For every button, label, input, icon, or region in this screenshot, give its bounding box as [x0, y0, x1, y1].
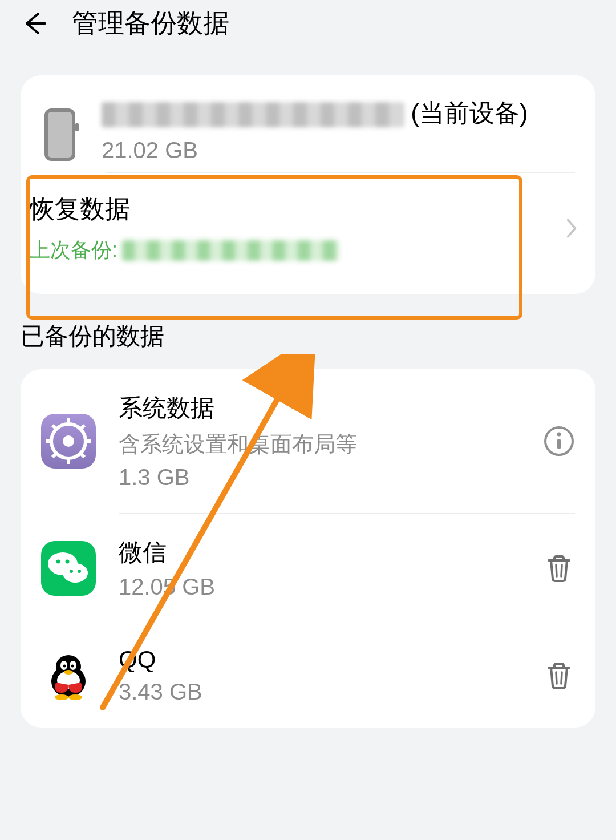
svg-rect-15	[557, 439, 561, 449]
svg-point-29	[63, 664, 66, 667]
device-name-redacted	[102, 102, 404, 127]
app-size: 3.43 GB	[119, 679, 520, 705]
device-backup-size: 21.02 GB	[102, 138, 575, 163]
back-arrow-icon	[21, 10, 47, 37]
restore-data-row[interactable]: 恢复数据 上次备份:	[21, 173, 595, 294]
last-backup-label: 上次备份:	[30, 236, 117, 264]
svg-line-23	[561, 565, 562, 576]
backedup-data-list: 系统数据 含系统设置和桌面布局等 1.3 GB 微信	[21, 369, 595, 728]
svg-point-19	[66, 559, 70, 563]
settings-gear-icon	[41, 414, 96, 469]
app-description: 含系统设置和桌面布局等	[119, 430, 520, 459]
device-current-suffix: (当前设备)	[411, 99, 528, 127]
delete-button[interactable]	[543, 552, 575, 584]
device-card: (当前设备) 21.02 GB 恢复数据 上次备份:	[21, 75, 595, 294]
delete-button[interactable]	[543, 660, 575, 692]
svg-line-11	[52, 453, 57, 457]
trash-icon	[543, 552, 575, 584]
restore-last-backup: 上次备份:	[30, 236, 566, 264]
phone-icon	[41, 107, 79, 162]
list-item-system-data[interactable]: 系统数据 含系统设置和桌面布局等 1.3 GB	[21, 369, 595, 513]
app-name: 微信	[119, 536, 520, 568]
app-size: 1.3 GB	[119, 465, 520, 490]
info-button[interactable]	[543, 425, 575, 457]
back-button[interactable]	[17, 6, 51, 41]
last-backup-value-redacted	[122, 240, 339, 261]
svg-point-33	[68, 694, 82, 700]
svg-line-22	[556, 565, 557, 576]
svg-line-35	[561, 672, 562, 684]
app-name: QQ	[119, 646, 520, 673]
section-title-backedup: 已备份的数据	[21, 320, 595, 352]
svg-point-31	[64, 670, 73, 675]
restore-title: 恢复数据	[30, 192, 566, 226]
svg-line-34	[556, 672, 557, 684]
svg-point-12	[63, 435, 74, 447]
wechat-icon	[41, 541, 96, 596]
header: 管理备份数据	[0, 0, 616, 58]
svg-line-8	[52, 425, 57, 430]
app-size: 12.05 GB	[119, 574, 520, 600]
svg-point-21	[78, 570, 81, 573]
device-info-row[interactable]: (当前设备) 21.02 GB	[21, 75, 595, 172]
svg-line-9	[80, 453, 84, 457]
svg-point-18	[56, 559, 60, 563]
chevron-right-icon	[566, 213, 584, 243]
trash-icon	[543, 660, 575, 692]
svg-point-20	[70, 570, 73, 573]
list-item-qq[interactable]: QQ 3.43 GB	[21, 623, 595, 728]
svg-point-14	[557, 433, 561, 437]
app-name: 系统数据	[119, 392, 520, 424]
list-item-wechat[interactable]: 微信 12.05 GB	[21, 514, 595, 623]
svg-point-17	[63, 563, 88, 583]
page-title: 管理备份数据	[72, 6, 229, 41]
info-icon	[543, 425, 575, 457]
qq-icon	[41, 648, 96, 703]
svg-line-10	[80, 425, 84, 430]
svg-point-32	[55, 694, 68, 700]
svg-rect-2	[75, 123, 79, 131]
svg-point-30	[71, 664, 74, 667]
device-name: (当前设备)	[102, 96, 575, 130]
svg-rect-1	[48, 112, 72, 158]
